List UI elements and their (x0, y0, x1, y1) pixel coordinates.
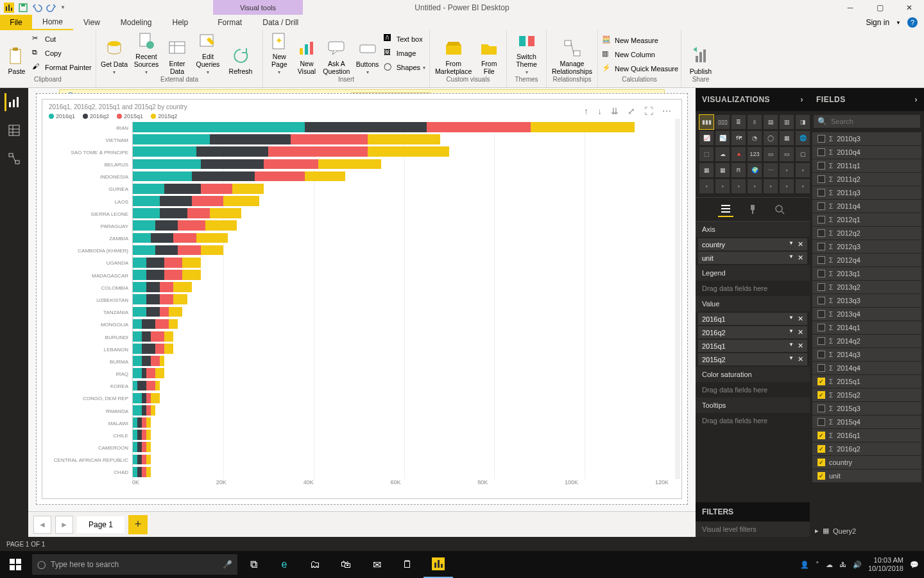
more-options-icon[interactable]: ⋯ (662, 106, 671, 116)
field-list-item[interactable]: Σ2012q4 (812, 254, 921, 267)
add-page-button[interactable]: + (128, 515, 148, 534)
tray-up-icon[interactable]: ˄ (816, 561, 819, 569)
visual-type-tile[interactable]: 📉 (715, 131, 730, 145)
bar-row[interactable] (133, 220, 675, 231)
bar-row[interactable] (133, 307, 675, 317)
bar-row[interactable] (133, 356, 675, 366)
bar-segment[interactable] (151, 405, 155, 416)
bar-segment[interactable] (133, 344, 142, 354)
visual-type-tile[interactable]: ▫ (748, 179, 762, 193)
bar-segment[interactable] (169, 307, 182, 317)
recent-sources-button[interactable]: Recent Sources (131, 31, 162, 75)
undo-icon[interactable] (32, 3, 42, 13)
format-tab[interactable]: Format (207, 15, 252, 30)
bar-row[interactable] (133, 393, 675, 403)
visual-type-tile[interactable]: ▦ (780, 131, 794, 145)
field-list-item[interactable]: Σ2015q1 (812, 375, 921, 388)
qat-dropdown-icon[interactable]: ▼ (60, 4, 65, 10)
visual-type-tile[interactable]: ▦ (715, 163, 730, 177)
bar-segment[interactable] (142, 467, 146, 477)
volume-icon[interactable]: 🔊 (853, 561, 862, 569)
bar-segment[interactable] (305, 171, 345, 182)
field-checkbox[interactable] (817, 378, 825, 385)
bar-row[interactable] (133, 159, 675, 170)
enter-data-button[interactable]: Enter Data (164, 31, 190, 75)
field-list-item[interactable]: Σ2013q3 (812, 294, 921, 307)
bar-segment[interactable] (255, 171, 304, 182)
bar-segment[interactable] (146, 368, 155, 378)
visual-type-tile[interactable]: ⋯ (764, 163, 778, 177)
bar-row[interactable] (133, 270, 675, 280)
visual-type-tile[interactable]: ▢ (796, 147, 810, 161)
bar-segment[interactable] (192, 171, 255, 182)
visual-type-tile[interactable]: 🔺 (732, 147, 746, 161)
field-list-item[interactable]: Σ2016q1 (812, 429, 921, 442)
visual-type-tile[interactable]: ▥ (780, 115, 794, 129)
bar-segment[interactable] (164, 331, 173, 342)
mic-icon[interactable]: 🎤 (223, 560, 232, 569)
visual-type-tile[interactable]: ▭ (780, 147, 794, 161)
data-view-icon[interactable] (5, 121, 23, 139)
bar-segment[interactable] (160, 307, 169, 317)
bar-segment[interactable] (291, 134, 368, 144)
bar-segment[interactable] (142, 430, 146, 440)
field-list-item[interactable]: Σ2011q3 (812, 186, 921, 199)
bar-segment[interactable] (142, 405, 146, 416)
field-list-item[interactable]: Σ2012q2 (812, 227, 921, 240)
bar-segment[interactable] (133, 381, 137, 391)
field-well-item[interactable]: country▼✕ (698, 238, 807, 250)
field-well-item[interactable]: 2016q1▼✕ (698, 313, 807, 325)
new-measure-button[interactable]: 🧮New Measure (602, 34, 678, 47)
tooltips-placeholder[interactable]: Drag data fields here (696, 413, 810, 428)
bar-segment[interactable] (142, 442, 146, 452)
field-checkbox[interactable] (817, 283, 825, 291)
help-tab[interactable]: Help (162, 15, 199, 30)
bar-segment[interactable] (173, 233, 196, 243)
store-icon[interactable]: 🛍 (331, 551, 361, 578)
bar-segment[interactable] (137, 442, 142, 452)
visual-type-tile[interactable]: 🗺 (732, 131, 746, 145)
bar-row[interactable] (133, 171, 675, 182)
onedrive-icon[interactable]: ☁ (826, 561, 833, 569)
bar-segment[interactable] (531, 122, 635, 132)
mail-icon[interactable]: ✉ (362, 551, 391, 578)
field-checkbox[interactable] (817, 364, 825, 372)
bar-segment[interactable] (142, 455, 146, 465)
bar-row[interactable] (133, 245, 675, 256)
textbox-button[interactable]: 🅰Text box (384, 33, 425, 46)
bar-segment[interactable] (142, 356, 151, 366)
task-view-icon[interactable]: ⧉ (239, 551, 268, 578)
remove-field-icon[interactable]: ✕ (798, 355, 803, 363)
new-quick-measure-button[interactable]: ⚡New Quick Measure (602, 62, 678, 75)
field-checkbox[interactable] (817, 162, 825, 170)
edge-icon[interactable]: e (270, 551, 299, 578)
bar-row[interactable] (133, 430, 675, 440)
bar-row[interactable] (133, 122, 675, 132)
bar-segment[interactable] (137, 430, 142, 440)
bar-segment[interactable] (137, 381, 146, 391)
bar-segment[interactable] (133, 245, 155, 256)
bar-segment[interactable] (173, 294, 187, 304)
field-list-item[interactable]: Σ2015q3 (812, 402, 921, 415)
field-checkbox[interactable] (817, 310, 825, 318)
bar-segment[interactable] (268, 146, 368, 157)
bar-segment[interactable] (133, 455, 137, 465)
bar-segment[interactable] (160, 356, 164, 366)
bar-segment[interactable] (133, 270, 146, 280)
field-checkbox[interactable] (817, 405, 825, 412)
from-file-button[interactable]: From File (475, 31, 502, 75)
bar-row[interactable] (133, 381, 675, 391)
bar-segment[interactable] (146, 417, 151, 428)
visual-level-filters[interactable]: Visual level filters (696, 521, 810, 537)
bar-segment[interactable] (155, 344, 164, 354)
remove-field-icon[interactable]: ✕ (798, 240, 803, 249)
bar-segment[interactable] (142, 417, 146, 428)
bar-segment[interactable] (133, 122, 305, 132)
bar-segment[interactable] (151, 233, 173, 243)
edit-queries-button[interactable]: Edit Queries (193, 31, 223, 75)
remove-field-icon[interactable]: ✕ (798, 315, 803, 323)
file-explorer-icon[interactable]: 🗂 (300, 551, 330, 578)
refresh-button[interactable]: Refresh (226, 31, 255, 75)
bar-segment[interactable] (133, 134, 210, 144)
focus-mode-icon[interactable]: ⛶ (644, 106, 653, 116)
